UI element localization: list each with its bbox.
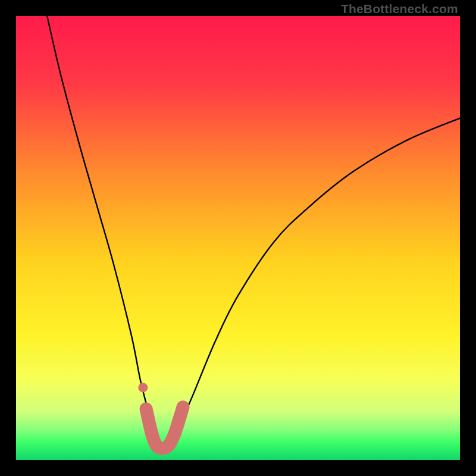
chart-curves bbox=[16, 16, 460, 460]
bottleneck-curve bbox=[47, 16, 460, 450]
chart-frame bbox=[16, 16, 460, 460]
trough-marker bbox=[146, 407, 183, 448]
outlier-dot bbox=[138, 383, 148, 392]
watermark-text: TheBottleneck.com bbox=[341, 2, 458, 16]
